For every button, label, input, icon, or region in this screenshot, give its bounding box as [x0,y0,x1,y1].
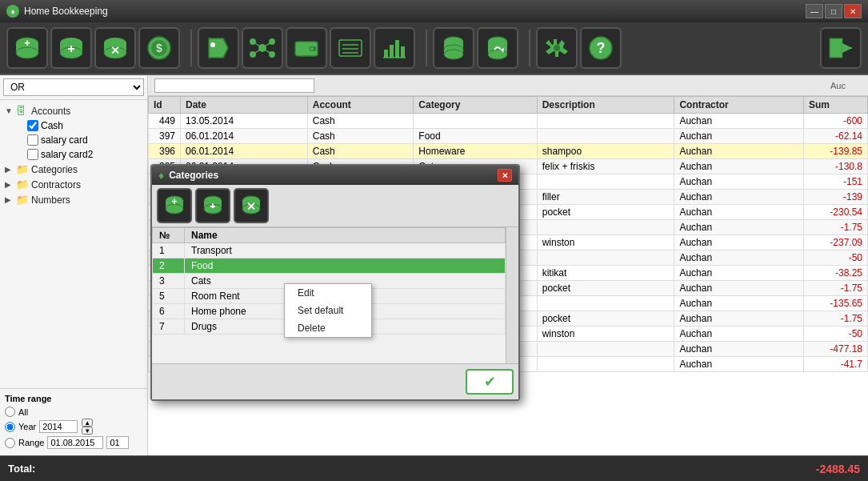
table-row[interactable]: 397 06.01.2014 Cash Food Auchan -62.14 [149,129,868,144]
time-range-radio[interactable] [5,438,15,448]
chart-button[interactable] [374,27,415,69]
coin-button[interactable]: $ [138,27,180,69]
svg-point-47 [488,50,507,59]
col-header-sum[interactable]: Sum [804,97,868,114]
window-controls: — □ ✕ [806,4,862,18]
settings-button[interactable] [536,27,578,69]
context-edit-item[interactable]: Edit [285,284,371,302]
add-record-button[interactable]: + [6,27,48,69]
filter-select[interactable]: OR AND [3,78,144,96]
app-title: Home Bookkeeping [24,6,806,17]
context-menu[interactable]: Edit Set default Delete [284,283,372,338]
categories-label: Categories [31,164,142,175]
cell-description [537,174,674,190]
cat-cell-num: 7 [153,319,185,335]
dialog-ok-button[interactable]: ✔ [466,369,514,395]
categories-icon: 📁 [16,163,29,175]
dialog-add-btn[interactable]: + [157,188,192,223]
minimize-button[interactable]: — [806,4,823,18]
context-set-default-item[interactable]: Set default [285,302,371,319]
exit-button[interactable] [820,27,862,69]
cash-checkbox[interactable] [27,120,38,131]
help-button[interactable]: ? [580,27,622,69]
cat-table-row[interactable]: 2 Food [153,259,506,274]
dialog-close-button[interactable]: ✕ [498,169,512,182]
cell-id: 449 [149,114,181,129]
cell-contractor: Auchan [674,251,804,266]
range-end-input[interactable] [106,436,129,449]
col-header-account[interactable]: Account [307,97,414,114]
database-button[interactable] [433,27,474,69]
refresh-db-button[interactable] [477,27,518,69]
dialog-title-icon: ♦ [158,169,164,182]
svg-text:✕: ✕ [246,200,256,213]
tree-salary-card[interactable]: salary card [3,133,144,147]
search-bar: Auc [148,75,868,96]
dialog-edit-btn[interactable] [195,188,230,223]
cat-table-row[interactable]: 1 Transport [153,243,506,259]
cat-cell-num: 6 [153,304,185,319]
filter-bar: OR AND [0,75,147,100]
range-start-input[interactable] [47,436,103,449]
time-all-option: All [5,407,142,417]
maximize-button[interactable]: □ [825,4,842,18]
record-actions-group: + ✕ $ [6,27,180,69]
cell-date: 13.05.2014 [181,114,308,129]
search-input[interactable] [154,78,314,93]
cell-contractor: Auchan [674,235,804,251]
salary2-checkbox[interactable] [27,149,38,160]
cell-contractor: Auchan [674,205,804,220]
col-header-description[interactable]: Description [537,97,674,114]
table-row[interactable]: 396 06.01.2014 Cash Homeware shampoo Auc… [149,144,868,159]
tree-salary-card2[interactable]: salary card2 [3,147,144,162]
col-header-date[interactable]: Date [181,97,308,114]
cell-contractor: Auchan [674,159,804,174]
svg-text:✕: ✕ [110,44,120,57]
search-label: Auc [830,81,862,90]
cell-contractor: Auchan [674,220,804,235]
context-delete-item[interactable]: Delete [285,319,371,337]
cell-sum: -1.75 [804,220,868,235]
numbers-arrow: ▶ [5,195,16,204]
close-button[interactable]: ✕ [844,4,862,18]
categories-dialog[interactable]: ♦ Categories ✕ + [150,164,520,401]
delete-record-button[interactable]: ✕ [94,27,136,69]
svg-point-18 [210,42,215,47]
col-header-category[interactable]: Category [414,97,537,114]
tree-cash[interactable]: Cash [3,118,144,133]
time-year-radio[interactable] [5,422,15,432]
accounts-arrow: ▼ [5,106,16,115]
salary-checkbox[interactable] [27,134,38,146]
tag-button[interactable] [198,27,239,69]
tree-categories[interactable]: ▶ 📁 Categories [3,162,144,177]
year-up-btn[interactable]: ▲ [82,419,93,427]
tree-accounts[interactable]: ▼ 🗄 Accounts [3,103,144,118]
col-header-contractor[interactable]: Contractor [674,97,804,114]
time-all-radio[interactable] [5,407,15,417]
svg-rect-9 [70,46,72,52]
cell-contractor: Auchan [674,144,804,159]
cell-contractor: Auchan [674,129,804,144]
table-row[interactable]: 449 13.05.2014 Cash Auchan -600 [149,114,868,129]
tree-numbers[interactable]: ▶ 📁 Numbers [3,192,144,207]
cell-description: pocket [537,281,674,296]
list-button[interactable] [330,27,371,69]
col-header-id[interactable]: Id [149,97,181,114]
dialog-delete-btn[interactable]: ✕ [234,188,269,223]
edit-record-button[interactable] [50,27,92,69]
wallet-button[interactable] [286,27,327,69]
cat-col-num[interactable]: № [153,228,185,243]
tree-contractors[interactable]: ▶ 📁 Contractors [3,177,144,192]
year-input[interactable] [39,420,78,433]
year-down-btn[interactable]: ▼ [82,427,93,435]
cell-description: winston [537,235,674,251]
dialog-scrollbar[interactable] [506,227,518,363]
cat-col-name[interactable]: Name [185,228,506,243]
cell-description: felix + friskis [537,159,674,174]
contractors-label: Contractors [31,179,142,190]
sep2 [426,30,427,66]
network-button[interactable] [242,27,283,69]
table-header-row: Id Date Account Category Description Con… [149,97,868,114]
svg-marker-17 [209,38,228,58]
title-bar: ♦ Home Bookkeeping — □ ✕ [0,0,868,22]
